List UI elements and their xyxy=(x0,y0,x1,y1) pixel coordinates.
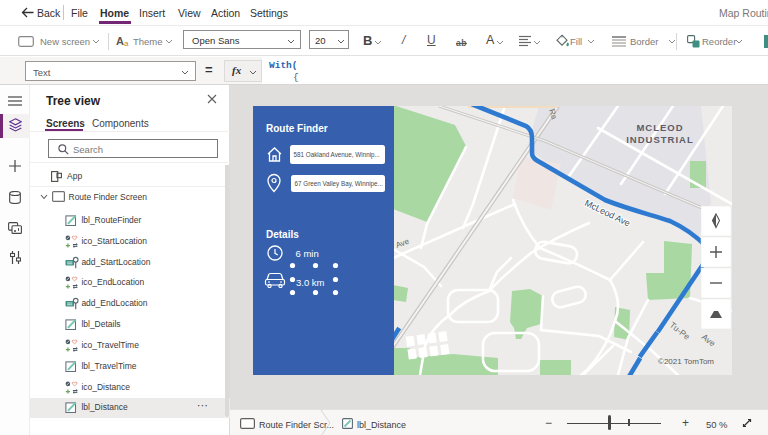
svg-text:MCLEOD: MCLEOD xyxy=(636,122,683,133)
svg-text:INDUSTRIAL: INDUSTRIAL xyxy=(626,134,694,145)
svg-text:©2021 TomTom: ©2021 TomTom xyxy=(658,357,714,366)
svg-text:A: A xyxy=(116,35,124,47)
svg-text:a: a xyxy=(124,39,129,47)
